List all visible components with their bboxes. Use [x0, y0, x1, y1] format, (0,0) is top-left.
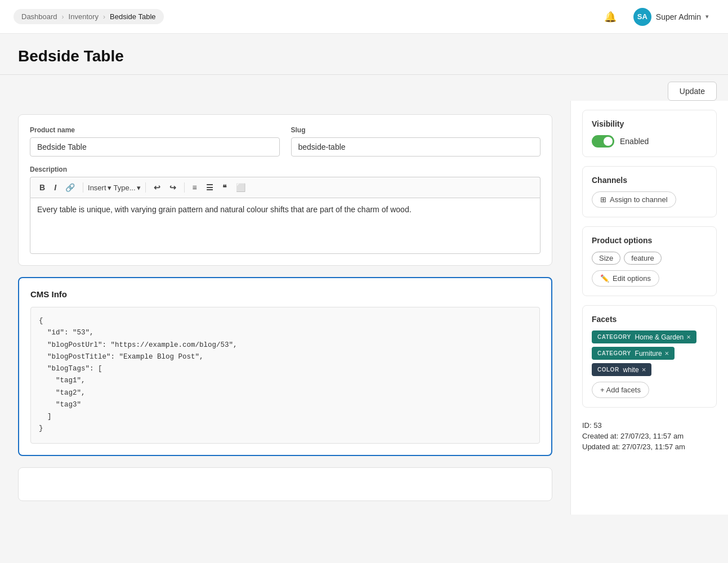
- facet-close-1[interactable]: ×: [686, 333, 691, 341]
- page-title: Bedside Table: [18, 47, 710, 65]
- facet-tag-white: COLOR white ×: [592, 363, 651, 376]
- product-options-section: Product options Size feature ✏️ Edit opt…: [582, 226, 717, 296]
- slug-label: Slug: [291, 126, 541, 134]
- meta-updated: Updated at: 27/07/23, 11:57 am: [582, 443, 717, 451]
- link-button[interactable]: 🔗: [62, 181, 78, 194]
- product-name-label: Product name: [30, 126, 280, 134]
- main-column: Product name Slug Description B I 🔗: [0, 101, 570, 515]
- update-button[interactable]: Update: [668, 82, 717, 101]
- product-name-slug-row: Product name Slug: [30, 126, 541, 157]
- meta-created-value: 27/07/23, 11:57 am: [620, 432, 684, 440]
- italic-button[interactable]: I: [51, 181, 60, 194]
- meta-id-label: ID:: [582, 421, 592, 430]
- update-row: Update: [0, 75, 728, 101]
- cms-info-card: CMS Info { "id": "53", "blogPostUrl": "h…: [18, 277, 552, 456]
- product-form-card: Product name Slug Description B I 🔗: [18, 114, 552, 266]
- meta-id: ID: 53: [582, 421, 717, 430]
- breadcrumb: Dashboard › Inventory › Bedside Table: [14, 9, 164, 24]
- chevron-down-icon: ▾: [705, 13, 709, 20]
- description-group: Description B I 🔗 Insert ▾ Type... ▾ ↩ ↪…: [30, 166, 541, 254]
- meta-info: ID: 53 Created at: 27/07/23, 11:57 am Up…: [582, 417, 717, 453]
- empty-bottom-card: [18, 467, 552, 501]
- product-name-group: Product name: [30, 126, 280, 157]
- cms-info-content: { "id": "53", "blogPostUrl": "https://ex…: [30, 307, 540, 444]
- visibility-status: Enabled: [620, 137, 649, 146]
- meta-created: Created at: 27/07/23, 11:57 am: [582, 432, 717, 440]
- facets-section: Facets CATEGORY Home & Garden × CATEGORY…: [582, 305, 717, 408]
- cms-info-title: CMS Info: [30, 289, 540, 299]
- channels-section: Channels ⊞ Assign to channel: [582, 166, 717, 217]
- options-tags: Size feature: [592, 252, 707, 265]
- meta-created-label: Created at:: [582, 432, 618, 440]
- sidebar: Visibility Enabled Channels ⊞ Assign to …: [570, 101, 728, 515]
- undo-button[interactable]: ↩: [150, 181, 164, 194]
- user-menu-button[interactable]: SA Super Admin ▾: [628, 5, 714, 29]
- assign-icon: ⊞: [600, 195, 606, 204]
- breadcrumb-sep-2: ›: [103, 13, 105, 21]
- facet-tag-home-garden: CATEGORY Home & Garden ×: [592, 330, 696, 343]
- insert-dropdown[interactable]: Insert ▾: [88, 184, 111, 192]
- user-name: Super Admin: [656, 12, 701, 21]
- assign-to-channel-button[interactable]: ⊞ Assign to channel: [592, 191, 676, 208]
- avatar: SA: [633, 8, 651, 26]
- facet-value-3: white: [623, 366, 639, 374]
- channels-title: Channels: [592, 176, 707, 185]
- quote-button[interactable]: ❝: [219, 181, 230, 194]
- edit-options-label: Edit options: [613, 274, 651, 283]
- meta-id-value: 53: [593, 421, 601, 430]
- facet-value-1: Home & Garden: [635, 333, 684, 341]
- breadcrumb-sep-1: ›: [62, 13, 64, 21]
- product-name-input[interactable]: [30, 137, 280, 157]
- visibility-title: Visibility: [592, 119, 707, 128]
- visibility-toggle[interactable]: [592, 135, 614, 148]
- option-tag-size: Size: [592, 252, 620, 265]
- facets-title: Facets: [592, 315, 707, 324]
- edit-options-button[interactable]: ✏️ Edit options: [592, 270, 659, 287]
- slug-input[interactable]: [291, 137, 541, 157]
- product-options-title: Product options: [592, 236, 707, 245]
- description-label: Description: [30, 166, 541, 173]
- editor-toolbar: B I 🔗 Insert ▾ Type... ▾ ↩ ↪ ≡ ☰ ❝ ⬜: [30, 177, 541, 198]
- facet-color-label: COLOR: [597, 367, 619, 373]
- facet-tags: CATEGORY Home & Garden × CATEGORY Furnit…: [592, 330, 707, 376]
- bold-button[interactable]: B: [36, 181, 48, 194]
- toggle-slider: [592, 135, 614, 148]
- add-facets-button[interactable]: + Add facets: [592, 382, 649, 398]
- edit-icon: ✏️: [600, 274, 609, 283]
- toolbar-separator-3: [184, 182, 185, 193]
- option-tag-feature: feature: [624, 252, 661, 265]
- facet-value-2: Furniture: [635, 350, 662, 358]
- page-header: Bedside Table: [0, 34, 728, 74]
- slug-group: Slug: [291, 126, 541, 157]
- expand-button[interactable]: ⬜: [233, 181, 249, 194]
- meta-updated-label: Updated at:: [582, 443, 620, 451]
- description-editor[interactable]: Every table is unique, with varying grai…: [30, 198, 541, 254]
- visibility-section: Visibility Enabled: [582, 110, 717, 157]
- facet-close-2[interactable]: ×: [665, 349, 669, 358]
- top-right-controls: 🔔 SA Super Admin ▾: [600, 5, 714, 29]
- toolbar-separator-2: [145, 182, 146, 193]
- type-dropdown[interactable]: Type... ▾: [114, 184, 141, 192]
- facet-tag-furniture: CATEGORY Furniture ×: [592, 347, 675, 360]
- breadcrumb-inventory[interactable]: Inventory: [69, 12, 99, 21]
- facet-category-label-2: CATEGORY: [597, 350, 631, 356]
- facet-close-3[interactable]: ×: [642, 365, 646, 374]
- toolbar-separator-1: [83, 182, 83, 193]
- assign-label: Assign to channel: [610, 195, 668, 204]
- top-bar: Dashboard › Inventory › Bedside Table 🔔 …: [0, 0, 728, 34]
- visibility-row: Enabled: [592, 135, 707, 148]
- redo-button[interactable]: ↪: [166, 181, 180, 194]
- page-body: Product name Slug Description B I 🔗: [0, 101, 728, 515]
- facet-category-label-1: CATEGORY: [597, 334, 631, 340]
- ordered-list-button[interactable]: ☰: [203, 181, 217, 194]
- notification-button[interactable]: 🔔: [600, 6, 621, 28]
- breadcrumb-current: Bedside Table: [110, 12, 155, 21]
- description-text: Every table is unique, with varying grai…: [37, 205, 412, 214]
- meta-updated-value: 27/07/23, 11:57 am: [622, 443, 685, 451]
- breadcrumb-dashboard[interactable]: Dashboard: [21, 12, 57, 21]
- bullet-list-button[interactable]: ≡: [189, 181, 200, 194]
